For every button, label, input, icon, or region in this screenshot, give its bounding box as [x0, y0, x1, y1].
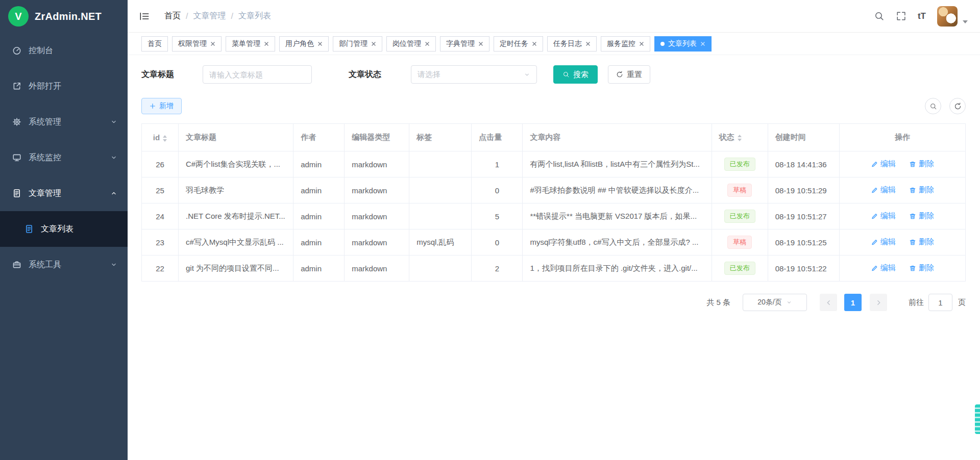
close-icon[interactable] — [317, 41, 323, 46]
previous-page-button[interactable] — [820, 294, 837, 311]
sidebar-item-label: 外部打开 — [29, 81, 61, 92]
sidebar-item-article-management[interactable]: 文章管理 — [0, 175, 128, 211]
delete-link[interactable]: 删除 — [909, 185, 934, 195]
tab-service-monitor[interactable]: 服务监控 — [601, 36, 650, 52]
tab-task-log[interactable]: 任务日志 — [547, 36, 597, 52]
sidebar-item-label: 系统工具 — [29, 260, 61, 270]
sort-icon[interactable] — [738, 135, 742, 141]
cell-title: c#写入Mysql中文显示乱码 ... — [179, 229, 293, 255]
cell-created: 08-19 10:51:22 — [768, 255, 839, 282]
next-page-button[interactable] — [870, 294, 887, 311]
edit-link[interactable]: 编辑 — [871, 237, 896, 247]
tab-post-management[interactable]: 岗位管理 — [386, 36, 436, 52]
fullscreen-icon[interactable] — [896, 11, 906, 21]
sidebar-item-dashboard[interactable]: 控制台 — [0, 33, 128, 68]
search-icon — [562, 71, 570, 78]
select-placeholder: 请选择 — [418, 70, 440, 80]
cell-title: C#两个list集合实现关联，... — [179, 151, 293, 177]
goto-page-input[interactable] — [928, 294, 952, 311]
close-icon[interactable] — [532, 41, 537, 46]
sidebar-item-system-monitor[interactable]: 系统监控 — [0, 140, 128, 175]
close-icon[interactable] — [425, 41, 430, 46]
sort-icon[interactable] — [163, 135, 167, 142]
delete-link[interactable]: 删除 — [909, 211, 934, 221]
tag-tabs-bar: 首页 权限管理 菜单管理 用户角色 部门管理 岗位管理 字典管理 定时任务 任务… — [128, 33, 980, 55]
delete-link[interactable]: 删除 — [909, 263, 934, 273]
cell-tags: mysql,乱码 — [409, 229, 472, 255]
column-header-editor: 编辑器类型 — [345, 124, 409, 151]
delete-link[interactable]: 删除 — [909, 237, 934, 247]
add-button[interactable]: 新增 — [141, 98, 182, 114]
search-icon[interactable] — [874, 11, 885, 21]
page-size-select[interactable]: 20条/页 — [743, 294, 807, 311]
sidebar-item-external-open[interactable]: 外部打开 — [0, 68, 128, 104]
close-icon[interactable] — [585, 41, 591, 46]
tab-label: 定时任务 — [500, 39, 528, 48]
status-badge: 草稿 — [727, 236, 752, 249]
cell-content: mysql字符集utf8，c#写入中文后，全部显示成? ... — [523, 229, 712, 255]
tab-department-management[interactable]: 部门管理 — [333, 36, 382, 52]
sidebar-collapse-icon[interactable] — [139, 11, 150, 22]
chevron-down-icon — [786, 299, 792, 305]
column-header-status[interactable]: 状态 — [712, 124, 768, 151]
tab-permission-management[interactable]: 权限管理 — [172, 36, 222, 52]
tab-scheduled-tasks[interactable]: 定时任务 — [494, 36, 543, 52]
close-icon[interactable] — [264, 41, 269, 46]
article-status-select[interactable]: 请选择 — [411, 65, 537, 84]
sidebar-item-system-tools[interactable]: 系统工具 — [0, 247, 128, 283]
tab-user-role[interactable]: 用户角色 — [279, 36, 329, 52]
breadcrumb-article-list: 文章列表 — [238, 11, 271, 21]
cell-editor: markdown — [345, 255, 409, 282]
cell-title: git 为不同的项目设置不同... — [179, 255, 293, 282]
cell-created: 08-19 10:51:25 — [768, 229, 839, 255]
close-icon[interactable] — [210, 41, 215, 46]
edit-link[interactable]: 编辑 — [871, 263, 896, 273]
close-icon[interactable] — [639, 41, 644, 46]
refresh-table-button[interactable] — [949, 98, 966, 114]
column-header-content: 文章内容 — [523, 124, 712, 151]
chevron-right-icon — [875, 299, 882, 306]
delete-link[interactable]: 删除 — [909, 159, 934, 169]
cell-actions: 编辑 删除 — [839, 255, 965, 282]
tab-menu-management[interactable]: 菜单管理 — [226, 36, 275, 52]
edit-link[interactable]: 编辑 — [871, 211, 896, 221]
cell-title: .NET Core 发布时提示.NET... — [179, 203, 293, 229]
cell-author: admin — [293, 151, 345, 177]
app-logo[interactable]: V ZrAdmin.NET — [0, 0, 128, 33]
close-icon[interactable] — [371, 41, 376, 46]
column-header-id[interactable]: id — [142, 124, 179, 151]
tab-label: 任务日志 — [553, 39, 582, 48]
close-icon[interactable] — [478, 41, 483, 46]
sidebar-subitem-article-list[interactable]: 文章列表 — [0, 211, 128, 247]
reset-button[interactable]: 重置 — [608, 65, 650, 84]
search-button[interactable]: 搜索 — [553, 65, 598, 84]
breadcrumb-home[interactable]: 首页 — [164, 11, 181, 21]
sidebar-item-system-management[interactable]: 系统管理 — [0, 104, 128, 140]
document-icon — [24, 224, 34, 234]
tab-article-list[interactable]: 文章列表 — [654, 36, 712, 52]
avatar-caret-down-icon[interactable] — [963, 20, 968, 23]
sidebar: V ZrAdmin.NET 控制台 外部打开 系统管理 系统监控 — [0, 0, 128, 460]
status-badge: 草稿 — [727, 184, 752, 197]
cell-editor: markdown — [345, 229, 409, 255]
cell-id: 25 — [142, 177, 179, 203]
toggle-search-button[interactable] — [925, 98, 941, 114]
tab-home[interactable]: 首页 — [141, 36, 168, 52]
cell-status: 草稿 — [712, 229, 768, 255]
table-row: 24 .NET Core 发布时提示.NET... admin markdown… — [142, 203, 966, 229]
edit-link[interactable]: 编辑 — [871, 185, 896, 195]
cell-created: 08-19 10:51:27 — [768, 203, 839, 229]
cell-created: 08-18 14:41:36 — [768, 151, 839, 177]
article-title-input[interactable] — [203, 65, 312, 84]
breadcrumb-article-management[interactable]: 文章管理 — [193, 11, 226, 21]
close-icon[interactable] — [700, 41, 705, 46]
page-number-button[interactable]: 1 — [844, 294, 862, 311]
sidebar-item-label: 系统管理 — [29, 117, 61, 127]
cell-status: 已发布 — [712, 255, 768, 282]
cell-tags — [409, 151, 472, 177]
tab-dict-management[interactable]: 字典管理 — [440, 36, 489, 52]
edit-link[interactable]: 编辑 — [871, 159, 896, 169]
font-size-icon[interactable]: tT — [918, 11, 926, 21]
side-widget-handle[interactable] — [975, 404, 980, 434]
user-avatar[interactable] — [937, 6, 958, 27]
